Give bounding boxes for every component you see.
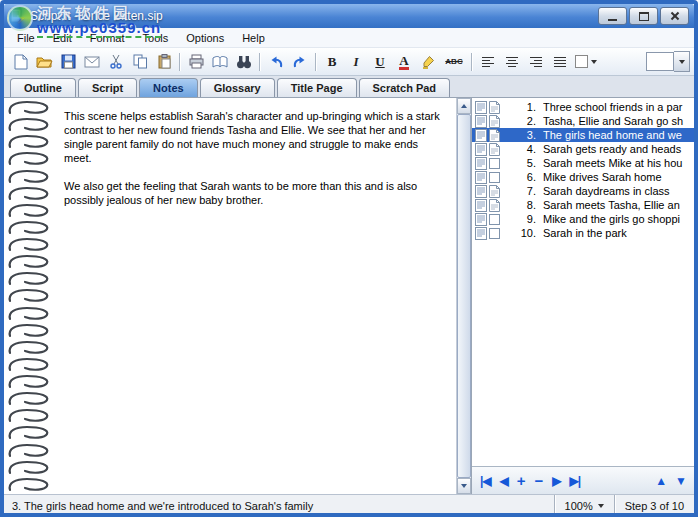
scene-title: Mike drives Sarah home: [543, 171, 694, 183]
highlight-button[interactable]: [416, 51, 440, 73]
notes-paragraph: This scene helps establish Sarah's chara…: [64, 109, 446, 165]
scene-list: 1.Three school friends in a par2.Tasha, …: [472, 98, 694, 466]
maximize-button[interactable]: [629, 7, 658, 25]
tab-glossary[interactable]: Glossary: [200, 78, 275, 97]
new-icon: [13, 54, 28, 70]
list-item[interactable]: 10.Sarah in the park: [472, 226, 694, 240]
chevron-down-icon: [591, 60, 597, 64]
read-view-button[interactable]: [208, 51, 232, 73]
minimize-button[interactable]: [598, 7, 627, 25]
save-button[interactable]: [56, 51, 80, 73]
spiral-coil-icon: [6, 117, 58, 132]
spiral-coil-icon: [6, 408, 58, 423]
open-button[interactable]: [32, 51, 56, 73]
list-item[interactable]: 6.Mike drives Sarah home: [472, 170, 694, 184]
close-button[interactable]: [660, 7, 689, 25]
undo-button[interactable]: [264, 51, 288, 73]
move-scene-down-button[interactable]: ▼: [675, 475, 686, 487]
list-item[interactable]: 5.Sarah meets Mike at his hou: [472, 156, 694, 170]
font-color-icon: A: [399, 54, 408, 70]
scene-number: 1.: [500, 101, 536, 113]
new-button[interactable]: [8, 51, 32, 73]
notes-page-icon: [489, 185, 500, 198]
print-button[interactable]: [184, 51, 208, 73]
underline-icon: U: [375, 55, 384, 68]
chevron-down-icon[interactable]: [674, 51, 690, 72]
menu-edit[interactable]: Edit: [44, 30, 81, 46]
italic-button[interactable]: I: [344, 51, 368, 73]
first-scene-button[interactable]: |◀: [480, 475, 491, 487]
previous-scene-button[interactable]: ◀: [500, 475, 508, 487]
color-picker-button[interactable]: [572, 51, 600, 73]
style-combobox[interactable]: [646, 52, 690, 71]
menu-options[interactable]: Options: [177, 30, 233, 46]
window-title: Script It - Once Bitten.sip: [30, 9, 163, 23]
vertical-scrollbar[interactable]: [456, 98, 471, 494]
cut-icon: [109, 54, 123, 69]
italic-icon: I: [353, 55, 358, 68]
list-item[interactable]: 3.The girls head home and we: [472, 128, 694, 142]
tab-title-page[interactable]: Title Page: [277, 78, 357, 97]
title-bar[interactable]: Script It - Once Bitten.sip: [4, 4, 694, 28]
cut-button[interactable]: [104, 51, 128, 73]
list-item[interactable]: 4.Sarah gets ready and heads: [472, 142, 694, 156]
remove-scene-button[interactable]: −: [535, 473, 544, 488]
notes-page-icon: [489, 115, 500, 128]
menu-tools[interactable]: Tools: [134, 30, 178, 46]
redo-button[interactable]: [288, 51, 312, 73]
next-scene-button[interactable]: ▶: [552, 475, 560, 487]
list-item[interactable]: 8.Sarah meets Tasha, Ellie an: [472, 198, 694, 212]
main-area: This scene helps establish Sarah's chara…: [4, 98, 694, 494]
spiral-coil-icon: [6, 203, 58, 218]
script-page-icon: [475, 185, 487, 198]
spiral-coil-icon: [6, 477, 58, 492]
bold-button[interactable]: B: [320, 51, 344, 73]
find-button[interactable]: [232, 51, 256, 73]
spiral-coil-icon: [6, 374, 58, 389]
scroll-down-button[interactable]: [457, 478, 471, 494]
copy-button[interactable]: [128, 51, 152, 73]
menu-format[interactable]: Format: [81, 30, 134, 46]
last-scene-button[interactable]: ▶|: [570, 475, 581, 487]
list-item[interactable]: 1.Three school friends in a par: [472, 100, 694, 114]
align-justify-button[interactable]: [548, 51, 572, 73]
list-item[interactable]: 7.Sarah daydreams in class: [472, 184, 694, 198]
strikethrough-icon: ABC: [445, 58, 462, 66]
tab-outline[interactable]: Outline: [10, 78, 76, 97]
scrollbar-track[interactable]: [457, 114, 471, 478]
menu-file[interactable]: File: [8, 30, 44, 46]
add-scene-button[interactable]: +: [517, 473, 526, 488]
list-item[interactable]: 9.Mike and the girls go shoppi: [472, 212, 694, 226]
list-item[interactable]: 2.Tasha, Ellie and Sarah go sh: [472, 114, 694, 128]
strikethrough-button[interactable]: ABC: [440, 51, 468, 73]
paste-button[interactable]: [152, 51, 176, 73]
spiral-coil-icon: [6, 151, 58, 166]
status-message: 3. The girls head home and we're introdu…: [4, 500, 554, 512]
scene-number: 8.: [500, 199, 536, 211]
spiral-coil-icon: [6, 220, 58, 235]
tab-notes[interactable]: Notes: [139, 78, 198, 97]
scene-title: Sarah in the park: [543, 227, 694, 239]
scrollbar-thumb[interactable]: [457, 114, 471, 478]
font-color-button[interactable]: A: [392, 51, 416, 73]
menu-bar: File Edit Format Tools Options Help: [4, 28, 694, 48]
underline-button[interactable]: U: [368, 51, 392, 73]
spiral-coil-icon: [6, 340, 58, 355]
scroll-up-button[interactable]: [457, 98, 471, 114]
scene-title: Mike and the girls go shoppi: [543, 213, 694, 225]
tab-scratch-pad[interactable]: Scratch Pad: [359, 78, 451, 97]
toolbar-separator: [471, 53, 473, 71]
move-scene-up-button[interactable]: ▲: [655, 475, 666, 487]
email-button[interactable]: [80, 51, 104, 73]
zoom-dropdown[interactable]: 100%: [554, 495, 614, 517]
notes-editor[interactable]: This scene helps establish Sarah's chara…: [64, 109, 446, 221]
color-swatch: [575, 55, 588, 68]
tab-script[interactable]: Script: [78, 78, 137, 97]
align-left-button[interactable]: [476, 51, 500, 73]
menu-help[interactable]: Help: [233, 30, 274, 46]
align-center-button[interactable]: [500, 51, 524, 73]
align-right-button[interactable]: [524, 51, 548, 73]
spiral-coil-icon: [6, 186, 58, 201]
notes-page-icon: [489, 129, 500, 142]
combobox-field[interactable]: [646, 52, 674, 71]
